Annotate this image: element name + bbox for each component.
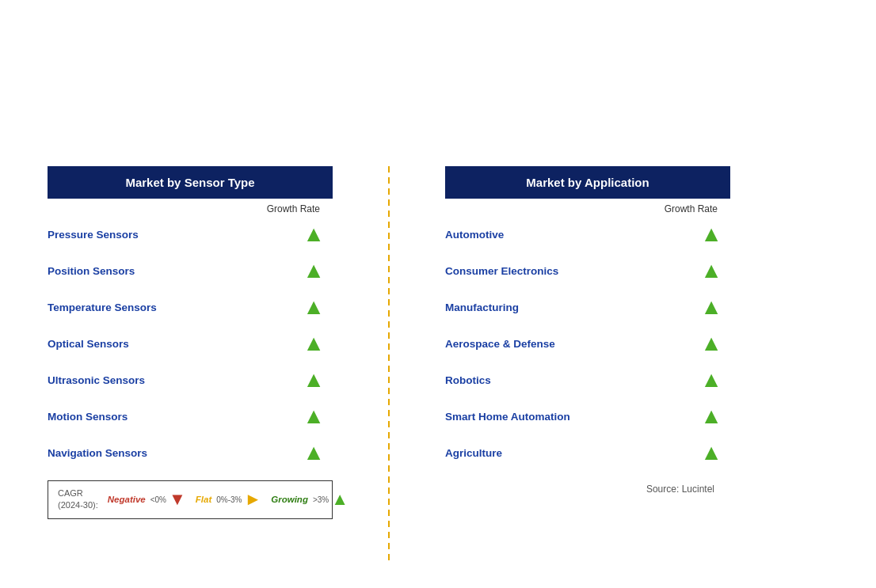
legend-flat: Flat 0%-3% ► xyxy=(196,489,261,510)
robotics-arrow: ▲ xyxy=(700,369,722,391)
legend-cagr-text: CAGR(2024-30): xyxy=(58,487,98,512)
smart-home-automation-label: Smart Home Automation xyxy=(445,411,570,423)
ultrasonic-sensors-label: Ultrasonic Sensors xyxy=(48,374,145,386)
green-up-arrow-legend-icon: ▲ xyxy=(331,489,348,510)
legend-growing-label: Growing xyxy=(271,495,308,504)
navigation-sensors-arrow: ▲ xyxy=(303,442,325,464)
row-smart-home-automation: Smart Home Automation ▲ xyxy=(445,398,730,434)
red-down-arrow-icon: ▼ xyxy=(169,489,186,510)
automotive-label: Automotive xyxy=(445,229,504,241)
legend-flat-label: Flat xyxy=(196,495,211,504)
legend-negative-range: <0% xyxy=(150,495,166,504)
legend-negative-label: Negative xyxy=(108,495,146,504)
temperature-sensors-arrow: ▲ xyxy=(303,296,325,318)
left-panel-header: Market by Sensor Type xyxy=(48,166,333,199)
agriculture-label: Agriculture xyxy=(445,447,502,459)
source-label: Source: Lucintel xyxy=(445,484,730,495)
smart-home-automation-arrow: ▲ xyxy=(700,405,722,427)
position-sensors-arrow: ▲ xyxy=(303,260,325,282)
row-ultrasonic-sensors: Ultrasonic Sensors ▲ xyxy=(48,362,333,398)
optical-sensors-label: Optical Sensors xyxy=(48,338,129,350)
row-aerospace-defense: Aerospace & Defense ▲ xyxy=(445,325,730,362)
row-automotive: Automotive ▲ xyxy=(445,216,730,252)
row-agriculture: Agriculture ▲ xyxy=(445,434,730,471)
navigation-sensors-label: Navigation Sensors xyxy=(48,447,147,459)
position-sensors-label: Position Sensors xyxy=(48,265,135,277)
row-robotics: Robotics ▲ xyxy=(445,362,730,398)
left-panel: Market by Sensor Type Growth Rate Pressu… xyxy=(48,166,333,519)
aerospace-defense-label: Aerospace & Defense xyxy=(445,338,555,350)
agriculture-arrow: ▲ xyxy=(700,442,722,464)
row-pressure-sensors: Pressure Sensors ▲ xyxy=(48,216,333,252)
robotics-label: Robotics xyxy=(445,374,491,386)
temperature-sensors-label: Temperature Sensors xyxy=(48,302,157,313)
row-optical-sensors: Optical Sensors ▲ xyxy=(48,325,333,362)
right-panel: Market by Application Growth Rate Automo… xyxy=(445,166,730,495)
legend-growing-range: >3% xyxy=(313,495,329,504)
row-navigation-sensors: Navigation Sensors ▲ xyxy=(48,434,333,471)
aerospace-defense-arrow: ▲ xyxy=(700,332,722,355)
consumer-electronics-arrow: ▲ xyxy=(700,260,722,282)
row-temperature-sensors: Temperature Sensors ▲ xyxy=(48,289,333,325)
consumer-electronics-label: Consumer Electronics xyxy=(445,265,558,277)
legend-box: CAGR(2024-30): Negative <0% ▼ Flat 0%-3%… xyxy=(48,480,333,519)
main-container: Market by Sensor Type Growth Rate Pressu… xyxy=(48,166,730,562)
vertical-divider xyxy=(388,166,390,562)
row-motion-sensors: Motion Sensors ▲ xyxy=(48,398,333,434)
legend-negative: Negative <0% ▼ xyxy=(108,489,186,510)
legend-growing: Growing >3% ▲ xyxy=(271,489,348,510)
motion-sensors-arrow: ▲ xyxy=(303,405,325,427)
pressure-sensors-arrow: ▲ xyxy=(303,223,325,245)
right-growth-rate-label: Growth Rate xyxy=(445,199,730,216)
legend-flat-range: 0%-3% xyxy=(216,495,242,504)
manufacturing-label: Manufacturing xyxy=(445,302,519,313)
ultrasonic-sensors-arrow: ▲ xyxy=(303,369,325,391)
right-panel-header: Market by Application xyxy=(445,166,730,199)
optical-sensors-arrow: ▲ xyxy=(303,332,325,355)
left-growth-rate-label: Growth Rate xyxy=(48,199,333,216)
orange-right-arrow-icon: ► xyxy=(244,489,261,510)
row-manufacturing: Manufacturing ▲ xyxy=(445,289,730,325)
manufacturing-arrow: ▲ xyxy=(700,296,722,318)
pressure-sensors-label: Pressure Sensors xyxy=(48,229,139,241)
row-consumer-electronics: Consumer Electronics ▲ xyxy=(445,252,730,289)
automotive-arrow: ▲ xyxy=(700,223,722,245)
row-position-sensors: Position Sensors ▲ xyxy=(48,252,333,289)
motion-sensors-label: Motion Sensors xyxy=(48,411,128,423)
